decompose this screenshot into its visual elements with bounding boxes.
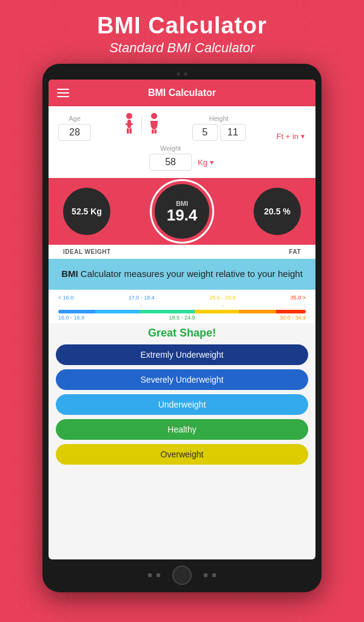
scale-num-2: 17.0 - 18.4 [129,295,155,301]
main-title: BMI Calculator [12,13,352,39]
height-inputs [192,124,246,141]
fat-circle: 20.5 % [254,188,301,235]
weight-input[interactable] [149,154,192,171]
bmi-label: BMI [176,200,188,207]
nav-dot-3 [204,573,207,577]
scale-range-2: 18.5 - 24.9 [169,315,195,321]
ideal-weight-circle: 52.5 Kg [63,188,110,235]
cat-label-0: Extremly Underweight [141,350,224,360]
scale-seg-3 [140,310,195,313]
camera-dot-2 [184,72,187,76]
nav-dot-2 [157,573,160,577]
svg-rect-3 [130,123,133,125]
fat-value: 20.5 % [264,207,291,216]
age-group: Age [58,115,91,141]
svg-rect-2 [126,123,129,125]
menu-button[interactable] [57,89,69,97]
scale-seg-2 [95,310,140,313]
hamburger-line-2 [57,92,69,94]
scale-num-1: < 16.0 [58,295,73,301]
hamburger-line-3 [57,96,69,97]
height-unit-label: Ft + in [277,132,299,141]
arrow-4: ↓ [303,302,306,308]
weight-group: Weight [149,145,192,171]
ideal-weight-label: IDEAL WEIGHT [63,248,111,255]
bmi-band: 52.5 Kg BMI 19.4 20.5 % [49,178,315,245]
svg-rect-5 [129,128,132,134]
weight-row: Weight Kg ▼ [58,145,306,171]
weight-unit-chevron: ▼ [209,159,215,166]
info-banner: BMI Calculator measures your weight rela… [49,259,315,290]
categories-list: Extremly Underweight Severely Underweigh… [49,344,315,470]
topbar-title: BMI Calculator [69,87,295,98]
gender-icons [122,112,161,141]
cat-label-1: Severely Underweight [141,375,224,384]
height-group: Height [192,115,246,141]
hamburger-line-1 [57,89,69,90]
scale-range-3: 30.0 - 34.9 [280,315,306,321]
height-unit-selector[interactable]: Ft + in ▼ [277,132,306,141]
scale-range-1: 16.0 - 16.9 [58,315,84,321]
category-extremely-underweight[interactable]: Extremly Underweight [56,344,308,365]
inputs-row-top: Age [58,112,306,141]
ideal-weight-value: 52.5 Kg [72,207,102,216]
fat-label: FAT [289,248,301,255]
scale-bar [58,310,306,313]
bmi-circle: BMI 19.4 [155,184,209,239]
scale-num-4: 35.0 > [291,295,306,301]
female-icon[interactable] [147,112,161,138]
category-healthy[interactable]: Healthy [56,419,308,440]
svg-rect-8 [154,129,157,134]
scale-seg-6 [276,310,306,313]
arrow-3: ↓ [221,302,224,308]
result-labels: IDEAL WEIGHT FAT [49,245,315,259]
cat-label-2: Underweight [158,400,206,409]
height-in-input[interactable] [220,124,246,141]
nav-dot-1 [148,573,152,577]
category-severely-underweight[interactable]: Severely Underweight [56,369,308,390]
arrow-2: ↓ [140,302,143,308]
scale-num-3: 25.0 - 29.9 [209,295,235,301]
tablet-screen: BMI Calculator Age [49,80,315,559]
camera-dot [177,72,180,76]
category-overweight[interactable]: Overweight [56,444,308,465]
height-unit-chevron: ▼ [300,133,306,140]
header-section: BMI Calculator Standard BMI Calculator [0,0,364,62]
great-shape: Great Shape! [49,327,315,340]
tablet-frame: BMI Calculator Age [42,64,322,592]
nav-dots-left [148,573,160,577]
cat-label-4: Overweight [161,449,204,459]
subtitle: Standard BMI Calculator [12,40,352,56]
male-icon[interactable] [122,112,136,138]
tablet-bottom-nav [49,566,315,585]
category-underweight[interactable]: Underweight [56,394,308,415]
scale-seg-4 [195,310,239,313]
height-label: Height [209,115,229,122]
inputs-section: Age [49,106,315,178]
scale-numbers-top: < 16.0 17.0 - 18.4 25.0 - 29.9 35.0 > [58,295,306,301]
home-button[interactable] [172,566,192,585]
svg-point-0 [126,113,132,119]
arrow-1: ↓ [58,302,61,308]
cat-label-3: Healthy [167,425,196,434]
gender-divider [141,117,142,135]
scale-seg-5 [239,310,276,313]
weight-unit-selector[interactable]: Kg ▼ [198,158,215,171]
info-rest: Calculator measures your weight relative… [78,268,303,279]
age-input[interactable] [58,124,91,141]
scale-seg-1 [58,310,95,313]
height-ft-input[interactable] [192,124,218,141]
nav-dots-right [204,573,216,577]
nav-dot-4 [212,573,216,577]
scale-ranges-bottom: 16.0 - 16.9 18.5 - 24.9 30.0 - 34.9 [58,315,306,321]
info-bold: BMI [61,268,78,279]
app-topbar: BMI Calculator [49,80,315,106]
tablet-camera [49,72,315,76]
weight-label: Weight [160,145,181,152]
svg-rect-7 [152,129,154,134]
bmi-scale: < 16.0 17.0 - 18.4 25.0 - 29.9 35.0 > ↓ … [49,290,315,323]
svg-point-6 [151,113,157,119]
weight-unit-label: Kg [198,158,207,167]
svg-rect-4 [127,128,129,134]
bmi-value: 19.4 [167,207,198,223]
